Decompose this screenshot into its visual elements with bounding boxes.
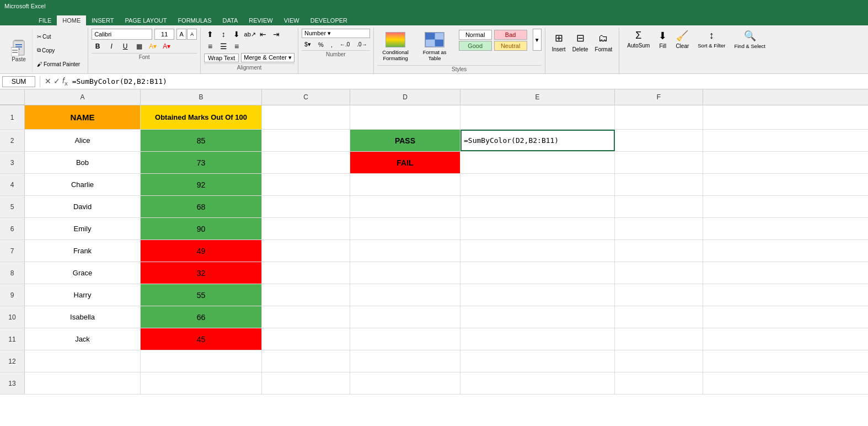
tab-view[interactable]: VIEW — [278, 15, 305, 25]
row-header-11[interactable]: 11 — [0, 328, 25, 350]
cell-a7[interactable]: Frank — [25, 240, 141, 262]
format-painter-button[interactable]: 🖌 Format Painter — [35, 61, 82, 68]
cell-f4[interactable] — [615, 174, 703, 195]
format-as-table-button[interactable]: Format as Table — [416, 29, 453, 64]
cell-d10[interactable] — [350, 306, 460, 328]
text-orient-button[interactable]: ab↗ — [244, 29, 256, 40]
fill-button[interactable]: ⬇ Fill — [654, 29, 671, 72]
accounting-format-button[interactable]: $▾ — [302, 40, 314, 49]
cell-a4[interactable]: Charlie — [25, 174, 141, 195]
cell-b13[interactable] — [141, 372, 262, 394]
insert-button[interactable]: ⊞ Insert — [549, 29, 569, 72]
cell-d1[interactable] — [350, 105, 460, 129]
cell-a11[interactable]: Jack — [25, 328, 141, 350]
tab-data[interactable]: DATA — [217, 15, 244, 25]
cell-e5[interactable] — [460, 196, 615, 217]
decrease-font-size-button[interactable]: A — [187, 29, 197, 40]
border-button[interactable]: ▦ — [133, 41, 145, 52]
neutral-style[interactable]: Neutral — [494, 41, 527, 51]
tab-insert[interactable]: INSERT — [86, 15, 119, 25]
row-header-13[interactable]: 13 — [0, 372, 25, 394]
tab-file[interactable]: FILE — [33, 15, 57, 25]
cell-b2[interactable]: 85 — [141, 130, 262, 151]
cell-a9[interactable]: Harry — [25, 284, 141, 306]
cell-f3[interactable] — [615, 152, 703, 173]
increase-font-size-button[interactable]: A — [176, 29, 186, 40]
good-style[interactable]: Good — [459, 41, 492, 51]
bold-button[interactable]: B — [92, 41, 104, 52]
cell-f7[interactable] — [615, 240, 703, 262]
tab-home[interactable]: HOME — [57, 15, 86, 25]
row-header-4[interactable]: 4 — [0, 174, 25, 195]
cell-c7[interactable] — [262, 240, 350, 262]
italic-button[interactable]: I — [105, 41, 117, 52]
cell-c10[interactable] — [262, 306, 350, 328]
cell-a13[interactable] — [25, 372, 141, 394]
cell-f12[interactable] — [615, 350, 703, 372]
cell-f2[interactable] — [615, 130, 703, 151]
cell-b11[interactable]: 45 — [141, 328, 262, 350]
cell-e2[interactable]: =SumByColor(D2,B2:B11) — [460, 130, 615, 151]
col-header-c[interactable]: C — [262, 89, 350, 105]
row-header-12[interactable]: 12 — [0, 350, 25, 372]
cell-d11[interactable] — [350, 328, 460, 350]
cell-c4[interactable] — [262, 174, 350, 195]
cell-c6[interactable] — [262, 218, 350, 239]
increase-decimal-button[interactable]: .0→ — [354, 40, 369, 49]
merge-center-button[interactable]: Merge & Center ▾ — [241, 53, 294, 62]
col-header-e[interactable]: E — [460, 89, 615, 105]
cell-reference-box[interactable] — [2, 76, 35, 87]
cell-e6[interactable] — [460, 218, 615, 239]
row-header-7[interactable]: 7 — [0, 240, 25, 262]
col-header-b[interactable]: B — [141, 89, 262, 105]
align-bottom-button[interactable]: ⬇ — [231, 29, 243, 40]
cell-d13[interactable] — [350, 372, 460, 394]
align-right-button[interactable]: ≡ — [231, 41, 243, 52]
cell-b9[interactable]: 55 — [141, 284, 262, 306]
cell-f9[interactable] — [615, 284, 703, 306]
cell-c3[interactable] — [262, 152, 350, 173]
comma-button[interactable]: , — [328, 40, 335, 49]
indent-increase-button[interactable]: ⇥ — [270, 29, 282, 40]
autosum-button[interactable]: Σ AutoSum — [623, 29, 654, 72]
cell-c12[interactable] — [262, 350, 350, 372]
cell-f1[interactable] — [615, 105, 703, 129]
number-format-dropdown[interactable]: Number ▾ — [302, 29, 370, 38]
cell-a6[interactable]: Emily — [25, 218, 141, 239]
tab-page-layout[interactable]: PAGE LAYOUT — [119, 15, 172, 25]
decrease-decimal-button[interactable]: ←.0 — [337, 40, 352, 49]
cell-d7[interactable] — [350, 240, 460, 262]
cell-d8[interactable] — [350, 262, 460, 284]
cell-c2[interactable] — [262, 130, 350, 151]
cell-e7[interactable] — [460, 240, 615, 262]
cell-e11[interactable] — [460, 328, 615, 350]
cell-c9[interactable] — [262, 284, 350, 306]
cell-b7[interactable]: 49 — [141, 240, 262, 262]
cell-e1[interactable] — [460, 105, 615, 129]
cut-button[interactable]: ✂ Cut — [35, 33, 82, 40]
row-header-3[interactable]: 3 — [0, 152, 25, 173]
font-name-input[interactable] — [92, 29, 152, 40]
tab-formulas[interactable]: FORMULAS — [172, 15, 217, 25]
cell-c13[interactable] — [262, 372, 350, 394]
indent-decrease-button[interactable]: ⇤ — [257, 29, 269, 40]
copy-button[interactable]: ⧉ Copy — [35, 46, 82, 54]
cell-f10[interactable] — [615, 306, 703, 328]
wrap-text-button[interactable]: Wrap Text — [204, 54, 239, 62]
cell-b3[interactable]: 73 — [141, 152, 262, 173]
cell-e10[interactable] — [460, 306, 615, 328]
row-header-8[interactable]: 8 — [0, 262, 25, 284]
cell-a8[interactable]: Grace — [25, 262, 141, 284]
normal-style[interactable]: Normal — [459, 30, 492, 40]
font-color-button[interactable]: A▾ — [160, 41, 173, 52]
percent-button[interactable]: % — [315, 40, 326, 49]
cell-e4[interactable] — [460, 174, 615, 195]
cell-c8[interactable] — [262, 262, 350, 284]
cell-d9[interactable] — [350, 284, 460, 306]
cell-b12[interactable] — [141, 350, 262, 372]
conditional-formatting-button[interactable]: Conditional Formatting — [377, 29, 414, 64]
col-header-a[interactable]: A — [25, 89, 141, 105]
cell-a2[interactable]: Alice — [25, 130, 141, 151]
cell-a3[interactable]: Bob — [25, 152, 141, 173]
cell-d4[interactable] — [350, 174, 460, 195]
